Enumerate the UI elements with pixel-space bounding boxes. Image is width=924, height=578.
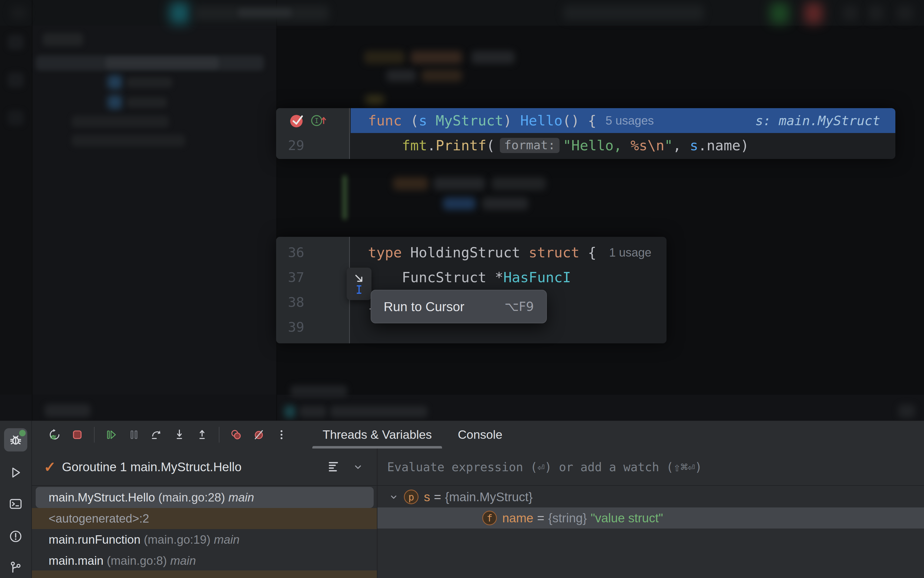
blur-blob-search [563, 5, 704, 21]
blur-blob-code [411, 51, 462, 64]
code-line-28[interactable]: I func (s MyStruct) Hello() { 5 usages s… [276, 108, 895, 133]
code-token: ( [410, 112, 419, 129]
breakpoints-icon [230, 428, 243, 441]
gutter-line-38[interactable]: 38 [276, 290, 351, 315]
stop-button[interactable] [66, 423, 89, 446]
code-token [427, 112, 435, 129]
run-to-cursor-tooltip[interactable]: Run to Cursor ⌥F9 [371, 290, 547, 323]
parameter-icon: p [404, 490, 419, 504]
frame-row[interactable]: main.MyStruct.Hello (main.go:28) main [36, 487, 374, 508]
blur-blob [843, 5, 858, 21]
equals: = [537, 511, 544, 525]
debug-active-badge [19, 430, 26, 436]
tab-label: Console [458, 428, 502, 442]
code-line-29[interactable]: 29 fmt.Printf(format:"Hello, %s\n", s.na… [276, 133, 895, 158]
code-token: type [368, 244, 410, 261]
blur-blob [299, 406, 326, 417]
run-tool-button[interactable] [4, 461, 27, 484]
blur-blob [238, 9, 292, 17]
blur-blob-project-icon [170, 2, 189, 24]
blur-blob-code [393, 177, 428, 190]
rerun-button[interactable] [43, 423, 66, 446]
toolbar-separator [94, 427, 95, 443]
view-breakpoints-button[interactable] [225, 423, 248, 446]
tooltip-shortcut: ⌥F9 [505, 299, 534, 314]
line-number[interactable]: 39 [288, 319, 304, 335]
code-token [368, 269, 402, 286]
problems-tool-button[interactable] [4, 525, 27, 548]
code-token: Printf [435, 137, 486, 154]
blur-blob-code [443, 197, 476, 210]
blur-blob-file-icon [108, 95, 122, 109]
blur-blob-project-label [43, 33, 83, 46]
frame-location: (main.go:28) [155, 491, 228, 504]
code-text[interactable]: FuncStruct *HasFuncI [351, 265, 667, 290]
usages-hint[interactable]: 1 usage [609, 246, 667, 259]
more-options-button[interactable] [270, 423, 293, 446]
debug-tool-button[interactable] [4, 428, 27, 451]
field-icon: f [482, 511, 497, 525]
code-token: s [419, 112, 427, 129]
usages-hint[interactable]: 5 usages [605, 114, 654, 127]
terminal-tool-button[interactable] [4, 492, 27, 516]
gutter-line-36[interactable]: 36 [276, 240, 351, 265]
code-token: * [495, 269, 503, 286]
chevron-down-icon[interactable] [388, 492, 399, 502]
terminal-icon [8, 496, 23, 511]
editor-focus-block-hello: I func (s MyStruct) Hello() { 5 usages s… [276, 108, 895, 159]
tab-console[interactable]: Console [445, 421, 515, 448]
blur-blob-run-button [770, 3, 789, 24]
svg-text:I: I [315, 117, 319, 125]
tab-threads-variables[interactable]: Threads & Variables [310, 421, 445, 448]
code-token: HoldingStruct [410, 244, 529, 261]
parameter-hint-inlay: format: [500, 138, 560, 153]
frame-row[interactable]: main.runFunction (main.go:19) main [32, 529, 377, 550]
blur-blob-run-config [330, 406, 427, 417]
line-number[interactable]: 29 [288, 138, 304, 153]
gutter-line-28[interactable]: I [276, 108, 351, 133]
mute-breakpoints-button[interactable] [248, 423, 270, 446]
code-text[interactable]: type HoldingStruct struct { 1 usage [351, 240, 667, 265]
frame-function: main.MyStruct.Hello [49, 491, 155, 504]
step-into-button[interactable] [168, 423, 191, 446]
breakpoint-verified-icon[interactable] [289, 113, 305, 128]
blur-blob-code [492, 177, 546, 190]
blur-blob [126, 97, 167, 107]
step-out-button[interactable] [191, 423, 214, 446]
evaluate-expression-field[interactable]: Evaluate expression (⏎) or add a watch (… [377, 448, 924, 486]
pause-button[interactable] [123, 423, 146, 446]
run-to-cursor-gutter-chip[interactable] [346, 268, 372, 300]
code-token [368, 137, 402, 154]
frames-filter-icon[interactable] [327, 461, 340, 473]
variable-row[interactable]: p s = {main.MyStruct} [377, 486, 924, 507]
resume-button[interactable] [100, 423, 123, 446]
variable-value: "value struct" [591, 511, 663, 525]
chevron-down-icon[interactable] [352, 461, 364, 473]
gutter-line-39[interactable]: 39 [276, 315, 351, 339]
code-token: struct [529, 244, 579, 261]
frame-row[interactable]: main.main (main.go:8) main [32, 550, 377, 571]
execution-line[interactable]: func (s MyStruct) Hello() { 5 usages s: … [351, 108, 895, 133]
line-number[interactable]: 36 [288, 245, 304, 260]
code-line-36[interactable]: 36 type HoldingStruct struct { 1 usage [276, 240, 667, 265]
gutter-line-37[interactable]: 37 [276, 265, 351, 290]
code-token: %s\n [631, 137, 664, 154]
variable-row[interactable]: f name = {string} "value struct" [377, 507, 924, 529]
git-tool-button[interactable] [4, 556, 27, 578]
gutter-line-29[interactable]: 29 [276, 133, 351, 158]
ide-window: I func (s MyStruct) Hello() { 5 usages s… [0, 0, 924, 578]
frame-row[interactable]: <autogenerated>:2 [32, 508, 377, 529]
goroutine-selector[interactable]: ✓ Goroutine 1 main.MyStruct.Hello [32, 448, 377, 486]
line-number[interactable]: 37 [288, 270, 304, 285]
step-over-button[interactable] [146, 423, 168, 446]
code-text[interactable]: fmt.Printf(format:"Hello, %s\n", s.name) [351, 133, 895, 158]
implements-interface-icon[interactable]: I [311, 114, 326, 127]
line-number[interactable]: 38 [288, 294, 304, 310]
frame-location: (main.go:19) [141, 533, 214, 546]
tool-window-strip [0, 421, 32, 578]
code-token: { [579, 244, 597, 261]
blur-blob-code [290, 385, 347, 397]
code-line-37[interactable]: 37 FuncStruct *HasFuncI [276, 265, 667, 290]
rerun-icon [48, 428, 61, 441]
blur-blob-file-icon [108, 75, 122, 89]
